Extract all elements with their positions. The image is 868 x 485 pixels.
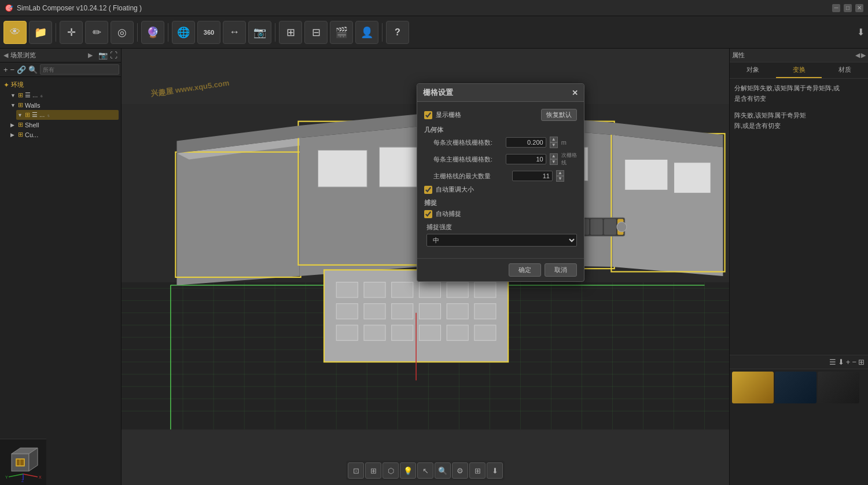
tree-item-walls[interactable]: ▼ ⊞ Walls	[9, 100, 119, 110]
grid-dialog-title-bar: 栅格设置 ✕	[417, 84, 584, 102]
toolbar-vr360-button[interactable]: 360	[197, 21, 220, 44]
toolbar-separator-3	[168, 23, 168, 42]
tree-item-env[interactable]: ✦ 环境	[2, 79, 119, 90]
maximize-button[interactable]: □	[844, 4, 852, 12]
main-area: ◀ 场景浏览 ▶ 📷 ⛶ + − 🔗 🔍 ▼ ✦ 环境 ▼ ⊞ ☰ ...	[0, 49, 868, 485]
right-add-icon[interactable]: +	[846, 358, 851, 366]
left-panel: ◀ 场景浏览 ▶ 📷 ⛶ + − 🔗 🔍 ▼ ✦ 环境 ▼ ⊞ ☰ ...	[0, 49, 122, 485]
vp-btn-cursor[interactable]: ↖	[417, 462, 433, 479]
toolbar-select-button[interactable]: ◎	[111, 21, 134, 44]
tab-transform[interactable]: 变换	[776, 63, 822, 78]
tree-item-wall-child[interactable]: ▼ ⊞ ☰ ... ₅	[16, 110, 119, 120]
scene-nav-arrow-right[interactable]: ▶	[88, 52, 93, 59]
tree-item-shell[interactable]: ▶ ⊞ Shell	[9, 120, 119, 130]
tree-toggle-cu: ▶	[10, 132, 16, 138]
svg-text:Z: Z	[21, 479, 24, 483]
toolbar-grid-button[interactable]: ⊟	[304, 21, 328, 44]
tree-toggle-walls: ▼	[10, 102, 16, 108]
tree-label-group1: ☰ ...	[25, 91, 38, 99]
vp-btn-down[interactable]: ⬇	[487, 462, 503, 479]
toolbar-camera-button[interactable]: 📷	[248, 21, 271, 44]
vp-btn-zoom[interactable]: 🔍	[435, 462, 451, 479]
grid-max-up[interactable]: ▲	[556, 170, 564, 176]
tree-icon-walls: ⊞	[18, 101, 23, 109]
grid-main-grid-down[interactable]: ▼	[550, 159, 558, 165]
toolbar-open-button[interactable]: 📁	[29, 21, 52, 44]
grid-cancel-button[interactable]: 取消	[545, 263, 577, 277]
auto-snap-checkbox[interactable]	[424, 210, 432, 218]
right-remove-icon[interactable]: −	[852, 358, 856, 366]
properties-header: 属性 ◀ ▶	[730, 49, 868, 63]
grid-main-grid-up[interactable]: ▲	[550, 153, 558, 159]
toolbar-view-button[interactable]: 👁	[3, 21, 27, 44]
grid-settings-dialog: 栅格设置 ✕ 显示栅格 恢复默认 几何体 每条次栅格线栅格数: ▲	[417, 83, 584, 282]
vp-btn-light[interactable]: 💡	[400, 462, 416, 479]
toolbar-arrows-button[interactable]: ↔	[223, 21, 246, 44]
svg-line-7	[9, 474, 23, 477]
grid-sub-grid-unit: m	[561, 139, 577, 146]
grid-ok-button[interactable]: 确定	[509, 263, 541, 277]
grid-max-down[interactable]: ▼	[556, 176, 564, 182]
grid-sub-grid-up[interactable]: ▲	[550, 137, 558, 142]
grid-dialog-close-button[interactable]: ✕	[572, 89, 578, 97]
right-download-icon[interactable]: ⬇	[838, 358, 844, 366]
grid-reset-button[interactable]: 恢复默认	[541, 109, 577, 121]
right-thumb-1[interactable]	[732, 372, 774, 403]
vp-btn-grid2[interactable]: ⊞	[469, 462, 486, 479]
scene-nav-arrow-left[interactable]: ◀	[3, 52, 8, 59]
vp-btn-box[interactable]: ⊡	[348, 462, 364, 479]
grid-show-row: 显示栅格 恢复默认	[424, 109, 577, 121]
navigation-cube[interactable]: X Y Z	[0, 439, 46, 485]
grid-sub-grid-input[interactable]	[506, 137, 546, 148]
props-nav-left[interactable]: ◀	[855, 52, 860, 59]
auto-resize-checkbox[interactable]	[424, 186, 432, 194]
grid-max-input[interactable]	[512, 171, 553, 181]
vp-btn-expand[interactable]: ⊞	[365, 462, 381, 479]
snap-strength-select[interactable]: 弱 中 强	[426, 234, 577, 247]
grid-sub-grid-label: 每条次栅格线栅格数:	[433, 138, 502, 147]
scene-remove-button[interactable]: −	[10, 64, 15, 75]
minimize-button[interactable]: ─	[832, 4, 840, 12]
toolbar-help-button[interactable]: ?	[386, 21, 409, 44]
grid-sub-grid-row: 每条次栅格线栅格数: ▲ ▼ m	[424, 137, 577, 148]
svg-marker-45	[176, 138, 299, 285]
scene-filter-input[interactable]	[40, 64, 119, 75]
nav-cube-svg: X Y Z	[3, 442, 43, 483]
tree-item-cu[interactable]: ▶ ⊞ Cu...	[9, 130, 119, 139]
right-grid-icon[interactable]: ⊞	[858, 358, 865, 366]
toolbar-edit-button[interactable]: ✏	[85, 21, 108, 44]
vp-btn-cube[interactable]: ⬡	[382, 462, 399, 479]
right-list-view-icon[interactable]: ☰	[829, 358, 836, 366]
vp-btn-settings[interactable]: ⚙	[452, 462, 468, 479]
show-grid-checkbox[interactable]	[424, 111, 432, 119]
tree-item-group1[interactable]: ▼ ⊞ ☰ ... ₆	[9, 90, 119, 100]
right-thumb-3[interactable]	[818, 372, 859, 403]
right-thumb-2[interactable]	[775, 372, 816, 403]
props-nav-right[interactable]: ▶	[861, 52, 866, 59]
toolbar-expand-arrow[interactable]: ⬇	[857, 27, 865, 38]
toolbar-globe-button[interactable]: 🌐	[172, 21, 195, 44]
svg-rect-63	[336, 282, 358, 298]
svg-rect-84	[590, 219, 602, 235]
props-text-line4: 阵,或是含有切变	[734, 121, 863, 131]
scene-add-button[interactable]: +	[3, 64, 8, 75]
viewport[interactable]: 兴趣屋 www.xqu5.com	[122, 49, 729, 485]
toolbar-separator-2	[137, 23, 138, 42]
scene-link-button[interactable]: 🔗	[17, 64, 26, 75]
toolbar-avatar-button[interactable]: 👤	[355, 21, 378, 44]
svg-rect-80	[475, 325, 496, 341]
close-button[interactable]: ✕	[855, 4, 863, 12]
toolbar-panels-button[interactable]: ⊞	[279, 21, 302, 44]
snap-strength-label: 捕捉强度	[426, 223, 577, 232]
tab-object[interactable]: 对象	[730, 63, 776, 78]
scene-screenshot-icon[interactable]: 📷	[98, 51, 108, 60]
toolbar-render-button[interactable]: 🎬	[330, 21, 353, 44]
toolbar-material-button[interactable]: 🔮	[141, 21, 164, 44]
grid-sub-grid-down[interactable]: ▼	[550, 142, 558, 148]
scene-search-button[interactable]: 🔍	[28, 64, 38, 75]
svg-rect-67	[447, 282, 468, 298]
tab-material[interactable]: 材质	[822, 63, 868, 78]
grid-main-grid-input[interactable]	[506, 154, 546, 164]
toolbar-transform-button[interactable]: ✛	[60, 21, 83, 44]
scene-expand-icon[interactable]: ⛶	[110, 51, 117, 60]
